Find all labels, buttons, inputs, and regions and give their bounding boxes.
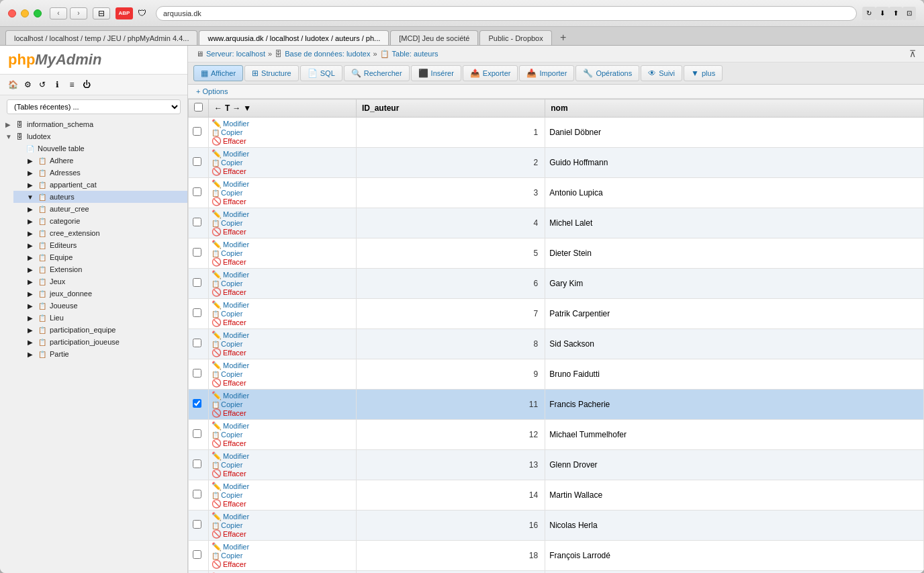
sidebar-item-auteurs[interactable]: ▼ 📋 auteurs [13,191,187,203]
row-checkbox[interactable] [193,278,201,287]
delete-button[interactable]: 🚫 Effacer [212,499,353,509]
col-filter-icon[interactable]: ▼ [243,103,251,113]
row-checkbox[interactable] [193,369,201,378]
modify-button[interactable]: ✏️ Modifier [212,542,351,552]
delete-button[interactable]: 🚫 Effacer [212,378,353,388]
copy-button[interactable]: 📋 Copier [212,491,351,499]
reader-icon[interactable]: ⊡ [903,7,916,20]
modify-button[interactable]: ✏️ Modifier [212,240,351,249]
recent-tables-select[interactable]: (Tables récentes) ... [7,99,181,114]
tab-plus[interactable]: ▼ plus [684,65,723,81]
settings-icon[interactable]: ⚙ [21,79,34,91]
row-checkbox[interactable] [193,520,201,529]
sidebar-item-joueuse[interactable]: ▶ 📋 Joueuse [13,300,187,312]
delete-button[interactable]: 🚫 Effacer [212,197,353,206]
tab-structure[interactable]: ⊞ Structure [244,65,299,81]
maximize-button[interactable] [34,9,42,17]
tab-importer[interactable]: 📥 Importer [519,65,574,81]
delete-button[interactable]: 🚫 Effacer [212,469,353,478]
options-bar[interactable]: + Options [188,85,924,99]
minimize-button[interactable] [21,9,29,17]
modify-button[interactable]: ✏️ Modifier [212,330,351,340]
tab-rechercher[interactable]: 🔍 Rechercher [344,65,410,81]
window-button[interactable]: ⊟ [93,7,110,19]
copy-button[interactable]: 📋 Copier [212,279,351,288]
delete-button[interactable]: 🚫 Effacer [212,136,353,146]
sidebar-item-appartient-cat[interactable]: ▶ 📋 appartient_cat [13,179,187,191]
home-icon[interactable]: 🏠 [7,79,19,91]
sidebar-item-equipe[interactable]: ▶ 📋 Equipe [13,251,187,263]
share-icon[interactable]: ⬆ [889,7,903,20]
sidebar-item-auteur-cree[interactable]: ▶ 📋 auteur_cree [13,203,187,215]
sidebar-item-adresses[interactable]: ▶ 📋 Adresses [13,167,187,179]
row-checkbox[interactable] [193,459,201,468]
col-left-icon[interactable]: ← [214,103,222,113]
delete-button[interactable]: 🚫 Effacer [212,227,353,236]
sidebar-item-nouvelle-table[interactable]: 📄 Nouvelle table [13,142,187,155]
sidebar-item-cree-extension[interactable]: ▶ 📋 cree_extension [13,227,187,239]
tab-3[interactable]: [MCD] Jeu de société [390,30,478,45]
delete-button[interactable]: 🚫 Effacer [212,560,353,569]
tab-afficher[interactable]: ▦ Afficher [193,65,243,81]
sidebar-item-jeux-donnee[interactable]: ▶ 📋 jeux_donnee [13,288,187,300]
row-checkbox[interactable] [193,550,201,559]
breadcrumb-table[interactable]: Table: auteurs [392,50,438,58]
new-tab-button[interactable]: + [556,30,571,45]
copy-button[interactable]: 📋 Copier [212,400,351,408]
sidebar-item-participation-equipe[interactable]: ▶ 📋 participation_equipe [13,324,187,336]
sync-icon[interactable]: ↺ [36,79,48,91]
close-button[interactable] [8,9,16,17]
tab-4[interactable]: Public - Dropbox [479,30,551,45]
tab-operations[interactable]: 🔧 Opérations [575,65,639,81]
copy-button[interactable]: 📋 Copier [212,552,351,560]
copy-button[interactable]: 📋 Copier [212,219,351,227]
address-bar[interactable]: arquusia.dk [156,6,857,21]
delete-button[interactable]: 🚫 Effacer [212,257,353,267]
modify-button[interactable]: ✏️ Modifier [212,451,351,461]
tab-1[interactable]: localhost / localhost / temp / JEU / php… [5,30,197,45]
copy-button[interactable]: 📋 Copier [212,159,351,167]
row-checkbox[interactable] [193,187,201,196]
breadcrumb-server[interactable]: Serveur: localhost [206,50,265,58]
copy-button[interactable]: 📋 Copier [212,189,351,197]
refresh-icon[interactable]: ↻ [862,7,876,20]
row-checkbox[interactable] [193,429,201,438]
sidebar-item-ludotex[interactable]: ▼ 🗄 ludotex [0,130,187,142]
sidebar-item-participation-joueuse[interactable]: ▶ 📋 participation_joueuse [13,336,187,348]
sidebar-item-editeurs[interactable]: ▶ 📋 Editeurs [13,239,187,251]
sidebar-item-partie[interactable]: ▶ 📋 Partie [13,348,187,360]
row-checkbox[interactable] [193,218,201,226]
exit-icon[interactable]: ⏻ [81,79,93,91]
copy-button[interactable]: 📋 Copier [212,249,351,257]
tab-suivi[interactable]: 👁 Suivi [641,65,682,81]
sidebar-item-information-schema[interactable]: ▶ 🗄 information_schema [0,118,187,130]
col-table-icon[interactable]: T [225,103,230,113]
select-all-checkbox[interactable] [194,103,203,112]
delete-button[interactable]: 🚫 Effacer [212,439,353,448]
modify-button[interactable]: ✏️ Modifier [212,210,351,219]
modify-button[interactable]: ✏️ Modifier [212,391,351,400]
delete-button[interactable]: 🚫 Effacer [212,348,353,357]
delete-button[interactable]: 🚫 Effacer [212,288,353,297]
row-checkbox[interactable] [193,308,201,317]
modify-button[interactable]: ✏️ Modifier [212,179,351,189]
copy-button[interactable]: 📋 Copier [212,310,351,318]
download-icon[interactable]: ⬇ [876,7,889,20]
delete-button[interactable]: 🚫 Effacer [212,167,353,176]
sidebar-item-categorie[interactable]: ▶ 📋 categorie [13,215,187,227]
table-area[interactable]: ← T → ▼ ID_auteur nom [188,99,924,573]
copy-button[interactable]: 📋 Copier [212,340,351,348]
copy-button[interactable]: 📋 Copier [212,370,351,378]
modify-button[interactable]: ✏️ Modifier [212,512,351,521]
delete-button[interactable]: 🚫 Effacer [212,529,353,539]
row-checkbox[interactable] [193,399,201,408]
sidebar-item-adhere[interactable]: ▶ 📋 Adhere [13,155,187,167]
tab-sql[interactable]: 📄 SQL [300,65,342,81]
forward-button[interactable]: › [70,7,87,19]
sidebar-item-jeux[interactable]: ▶ 📋 Jeux [13,275,187,288]
console-icon[interactable]: ≡ [66,79,78,91]
modify-button[interactable]: ✏️ Modifier [212,482,351,491]
tab-2[interactable]: www.arquusia.dk / localhost / ludotex / … [199,30,389,45]
modify-button[interactable]: ✏️ Modifier [212,421,351,431]
modify-button[interactable]: ✏️ Modifier [212,270,351,279]
